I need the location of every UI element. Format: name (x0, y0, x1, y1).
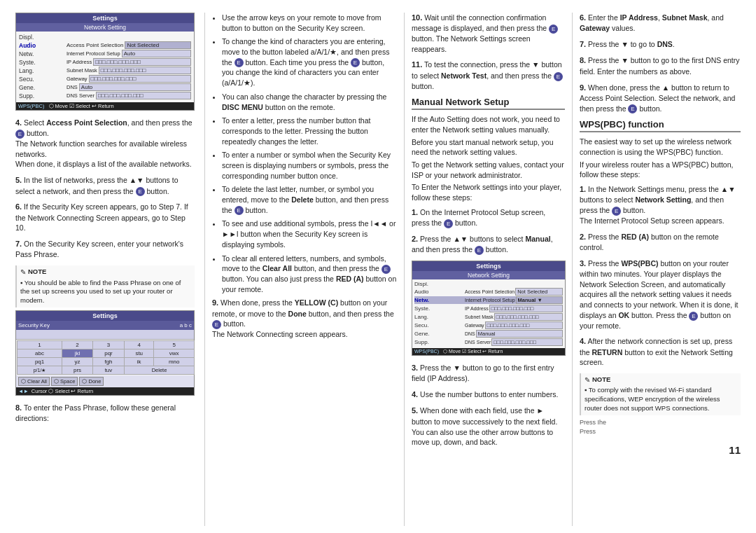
col4-step-6-block: 6. Enter the IP Address, Subnet Mask, an… (580, 13, 741, 34)
manual-step-3-num: 3. (412, 364, 418, 372)
bullet-6: To delete the last letter, number, or sy… (222, 184, 397, 215)
s3-label-secu: Secu. (414, 322, 465, 328)
step-10-block: 10. Wait until the connection confirmati… (412, 13, 565, 54)
seckey-cell: 1 (18, 341, 62, 349)
seckey-space-btn[interactable]: ⬡ Space (51, 377, 78, 386)
seckey-footer: ◄► Cursor ⬡ Select ↩ Return (16, 387, 194, 395)
seckey-done-btn[interactable]: ⬡ Done (79, 377, 104, 386)
settings-label-syste: Syste. (19, 59, 66, 66)
settings-value-dns: Auto (79, 83, 191, 91)
s3-label-audio: Audio (414, 289, 465, 295)
settings-footer-3: WPS(PBC) ⬡ Move ☑ Select ↩ Return (412, 348, 565, 355)
note-text-1: ▪ You should be able to find the Pass Ph… (20, 279, 191, 305)
settings-value-dnss: □□□.□□□.□□□.□□□ (96, 92, 191, 99)
seckey-cell: 3 (92, 341, 124, 349)
manual-step-5-num: 5. (412, 406, 418, 415)
step-7-num: 7. (15, 240, 22, 248)
seckey-cell: pq1 (18, 358, 62, 366)
step-10-num: 10. (412, 13, 422, 22)
step-4-num: 4. (15, 118, 22, 127)
wps-step-1-num: 1. (580, 185, 586, 193)
step-7-block: 7. On the Security Key screen, enter you… (15, 239, 195, 260)
settings-value-gw: □□□.□□□.□□□.□□□ (89, 75, 191, 83)
settings-label-netw: Netw. (19, 50, 66, 57)
seckey-cell: tuv (92, 366, 124, 375)
s3-value-dns: Manual (476, 330, 563, 338)
manual-step-5-block: 5. When done with each field, use the ► … (412, 406, 565, 447)
step-9-num: 9. (212, 298, 218, 307)
settings-screenshot-1: Settings Network Setting Displ. Audio Ac… (15, 13, 195, 111)
step-11-num: 11. (412, 60, 422, 69)
settings-label-supp: Supp. (19, 92, 66, 99)
seckey-cell: 4 (125, 341, 154, 349)
seckey-cell: ik (125, 358, 154, 366)
seckey-cell: abc (18, 349, 62, 358)
enter-button-4: E (15, 130, 24, 139)
step-8-block: 8. To enter the Pass Phrase, follow thes… (15, 403, 195, 424)
note-icon-2: ✎ (584, 375, 590, 385)
btn-icon-ms2: E (475, 246, 484, 255)
seckey-cell: pqr (92, 349, 124, 358)
seckey-cell: fgh (92, 358, 124, 366)
settings-title-3: Settings (412, 261, 565, 271)
manual-step-1-num: 1. (412, 208, 418, 216)
bullet-4: To enter a letter, press the number butt… (222, 116, 397, 146)
col4-step-8-block: 8. Press the ▼ button to go to the first… (580, 55, 741, 76)
column-4: 6. Enter the IP Address, Subnet Mask, an… (572, 13, 741, 526)
settings-subtitle-1: Network Setting (16, 23, 194, 32)
step-8-num: 8. (15, 403, 22, 412)
btn-icon-c4s9: E (628, 104, 637, 113)
col4-step-6-num: 6. (580, 13, 586, 22)
col4-step-9-num: 9. (580, 83, 586, 92)
s3-label-syste: Syste. (414, 305, 465, 312)
btn-icon-bullet2b: E (351, 58, 360, 67)
bullet-1: Use the arrow keys on your remote to mov… (222, 13, 397, 33)
settings-label-lang: Lang. (19, 67, 66, 74)
note-title-2: ✎ NOTE (584, 375, 737, 385)
step-5-num: 5. (15, 176, 22, 184)
s3-value-gw: □□□.□□□.□□□.□□□ (485, 321, 563, 329)
step-6-block: 6. If the Security Key screen appears, g… (15, 202, 195, 233)
manual-network-setup-title: Manual Network Setup (412, 97, 565, 110)
press-labels: Press Ihe Press (580, 418, 741, 436)
seckey-delete-btn[interactable]: Delete (125, 366, 195, 375)
press-ihe-label: Press Ihe (580, 419, 606, 426)
btn-icon-ws3: E (689, 312, 698, 321)
manual-intro: If the Auto Setting does not work, you n… (412, 114, 565, 203)
security-key-screenshot: Settings Security Key a b c 1 2 3 4 5 (15, 310, 195, 396)
s3-value-sm: □□□.□□□.□□□.□□□ (494, 313, 563, 321)
settings-subtitle-3: Network Setting (412, 271, 565, 279)
step-4-block: 4. Select Access Point Selection, and th… (15, 118, 195, 169)
seckey-clear-all-btn[interactable]: ⬡ Clear All (18, 377, 50, 386)
step-9-block: 9. When done, press the YELLOW (C) butto… (212, 298, 397, 339)
wps-step-4-num: 4. (580, 337, 586, 345)
settings-label-secu: Secu. (19, 76, 66, 83)
btn-icon-bullet6: E (234, 206, 244, 215)
btn-icon-ms1: E (444, 219, 453, 228)
seckey-cell-active: jkl (62, 349, 93, 358)
settings-title-1: Settings (16, 13, 194, 23)
btn-icon-step11: E (554, 72, 563, 81)
wps-step-4-block: 4. After the network connection is set u… (580, 336, 741, 368)
wps-pbc-function-title: WPS(PBC) function (580, 119, 741, 132)
settings-value-sm: □□□.□□□.□□□.□□□ (99, 67, 191, 74)
manual-step-2-num: 2. (412, 235, 418, 243)
note-icon-1: ✎ (20, 268, 26, 277)
btn-icon-step9: E (212, 320, 221, 329)
manual-step-2-block: 2. Press the ▲▼ buttons to select Manual… (412, 234, 565, 255)
wps-intro: The easiest way to set up the wireless n… (580, 137, 741, 180)
seckey-cell: 5 (154, 341, 195, 349)
s3-label-netw: Netw. (414, 297, 465, 303)
settings-label-disp: Displ. (19, 34, 66, 41)
bullet-8: To clear all entered letters, numbers, a… (222, 254, 397, 295)
col4-step-7-block: 7. Press the ▼ to go to DNS. (580, 39, 741, 50)
col4-step-9-block: 9. When done, press the ▲ button to retu… (580, 83, 741, 114)
page-number: 11 (729, 441, 741, 456)
seckey-chars-indicator: a b c (180, 322, 192, 328)
note-text-2: ▪ To comply with the revised Wi-Fi stand… (584, 386, 737, 413)
s3-label-gene: Gene. (414, 331, 465, 337)
bullet-3: You can also change the character by pre… (222, 92, 397, 112)
column-2: Use the arrow keys on your remote to mov… (204, 13, 404, 526)
bullet-5: To enter a number or symbol when the Sec… (222, 150, 397, 181)
seckey-cell: 2 (62, 341, 93, 349)
